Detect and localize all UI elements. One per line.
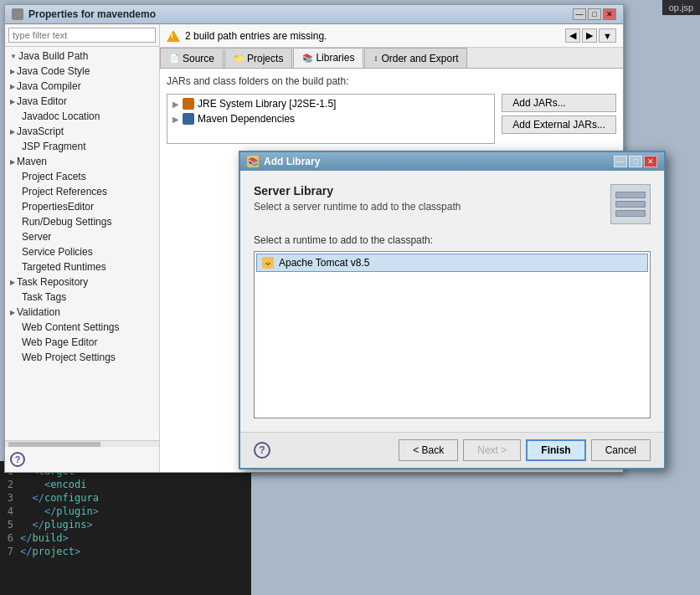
server-disk-2 [615,201,646,208]
code-line-2: 2 <encodi [0,478,251,491]
projects-tab-icon: 📁 [234,54,244,63]
sidebar-item-java-compiler[interactable]: Java Compiler [5,79,159,94]
server-disk-3 [615,210,646,217]
dialog-body: Server Library Select a server runtime t… [240,171,664,432]
filter-input[interactable] [8,28,156,43]
back-button[interactable]: < Back [399,439,458,461]
runtime-item-tomcat[interactable]: 🐱 Apache Tomcat v8.5 [256,254,648,272]
sidebar-item-jsp-fragment[interactable]: JSP Fragment [5,139,159,154]
dialog-title-icon: 📚 [247,156,259,167]
server-disk-1 [615,192,646,198]
code-line-4: 4 </plugin> [0,505,251,518]
build-path-label: JARs and class folders on the build path… [167,75,616,87]
sidebar-item-project-facets[interactable]: Project Facets [5,169,159,184]
order-export-tab-icon: ↕ [373,54,378,63]
help-icon-wrap: ? [5,447,159,472]
code-line-3: 3 </configura [0,491,251,505]
runtime-list: 🐱 Apache Tomcat v8.5 [254,251,651,418]
add-external-jars-button[interactable]: Add External JARs... [502,115,616,134]
sidebar-item-web-project-settings[interactable]: Web Project Settings [5,350,159,365]
filter-input-wrap [5,24,159,47]
sidebar-scrollbar-thumb [8,442,100,447]
properties-window-title: Properties for mavendemo [12,8,156,20]
properties-window-titlebar: Properties for mavendemo — □ ✕ [5,5,623,24]
tab-projects[interactable]: 📁 Projects [224,48,292,68]
warning-text: 2 build path entries are missing. [185,30,327,42]
nav-back-button[interactable]: ◀ [565,28,580,43]
dialog-help-button[interactable]: ? [254,442,270,459]
tab-bar: 📄 Source 📁 Projects 📚 Libraries ↕ Order … [160,48,623,69]
build-path-maven: ▶ Maven Dependencies [169,111,492,126]
dialog-titlebar: 📚 Add Library — □ ✕ [240,152,664,171]
runtime-label: Select a runtime to add to the classpath… [254,234,651,246]
dialog-title-left: 📚 Add Library [247,156,320,167]
properties-icon [12,8,23,20]
sidebar-item-web-content-settings[interactable]: Web Content Settings [5,320,159,335]
sidebar-item-java-editor[interactable]: Java Editor [5,94,159,109]
maximize-button[interactable]: □ [588,8,601,20]
warning-icon [167,29,180,43]
nav-forward-button[interactable]: ▶ [582,28,597,43]
sidebar-item-service-policies[interactable]: Service Policies [5,244,159,259]
sidebar-item-java-build-path[interactable]: Java Build Path [5,49,159,64]
sidebar-item-web-page-editor[interactable]: Web Page Editor [5,335,159,350]
minimize-button[interactable]: — [573,8,586,20]
dialog-header-description: Select a server runtime to add to the cl… [254,201,461,213]
sidebar-item-targeted-runtimes[interactable]: Targeted Runtimes [5,259,159,274]
window-controls: — □ ✕ [573,8,616,20]
build-path-jre: ▶ JRE System Library [J2SE-1.5] [169,96,492,111]
code-line-6: 6 </build> [0,531,251,545]
dialog-close-button[interactable]: ✕ [644,156,657,167]
sidebar-item-run-debug-settings[interactable]: Run/Debug Settings [5,214,159,229]
nav-dropdown-button[interactable]: ▼ [599,28,616,43]
cancel-button[interactable]: Cancel [591,439,651,461]
jre-icon [183,98,194,110]
sidebar-item-task-repository[interactable]: Task Repository [5,274,159,290]
sidebar-item-server[interactable]: Server [5,229,159,244]
sidebar-item-javascript[interactable]: JavaScript [5,124,159,139]
sidebar-list: Java Build Path Java Code Style Java Com… [5,47,159,440]
background-tab-hint: op.jsp [662,0,700,15]
nav-arrows: ◀ ▶ ▼ [565,28,616,43]
footer-buttons: < Back Next > Finish Cancel [399,439,651,461]
close-button[interactable]: ✕ [603,8,616,20]
sidebar-item-javadoc-location[interactable]: Javadoc Location [5,109,159,124]
dialog-controls: — □ ✕ [614,156,657,167]
dialog-footer: ? < Back Next > Finish Cancel [240,432,664,468]
tomcat-icon: 🐱 [262,257,274,269]
source-tab-icon: 📄 [169,54,179,63]
build-path-list: ▶ JRE System Library [J2SE-1.5] ▶ Maven … [167,94,495,144]
dialog-header: Server Library Select a server runtime t… [254,184,651,224]
properties-sidebar: Java Build Path Java Code Style Java Com… [5,24,160,472]
sidebar-item-java-code-style[interactable]: Java Code Style [5,64,159,79]
dialog-header-title: Server Library [254,184,461,197]
code-editor-background: 1 <target 2 <encodi 3 </configura 4 </pl… [0,461,251,595]
sidebar-item-task-tags[interactable]: Task Tags [5,290,159,305]
code-line-5: 5 </plugins> [0,518,251,531]
tab-order-export[interactable]: ↕ Order and Export [364,48,467,68]
warning-triangle [167,30,180,42]
libraries-tab-icon: 📚 [302,54,312,63]
tab-libraries[interactable]: 📚 Libraries [293,48,363,68]
add-library-dialog: 📚 Add Library — □ ✕ Server Library Selec… [239,151,666,469]
dialog-header-text: Server Library Select a server runtime t… [254,184,461,213]
next-button[interactable]: Next > [463,439,521,461]
help-button[interactable]: ? [10,452,25,467]
warning-bar: 2 build path entries are missing. ◀ ▶ ▼ [160,24,623,48]
sidebar-item-project-references[interactable]: Project References [5,184,159,199]
add-jars-button[interactable]: Add JARs... [502,94,616,112]
jar-buttons: Add JARs... Add External JARs... [502,94,616,147]
sidebar-item-properties-editor[interactable]: PropertiesEditor [5,199,159,214]
sidebar-item-validation[interactable]: Validation [5,305,159,320]
dialog-maximize-button[interactable]: □ [629,156,642,167]
sidebar-scrollbar[interactable] [5,440,159,447]
dialog-minimize-button[interactable]: — [614,156,627,167]
tab-source[interactable]: 📄 Source [160,48,224,68]
code-line-7: 7 </project> [0,545,251,558]
server-icon [610,184,651,224]
finish-button[interactable]: Finish [526,439,585,461]
maven-icon [183,113,194,125]
sidebar-item-maven[interactable]: Maven [5,154,159,169]
